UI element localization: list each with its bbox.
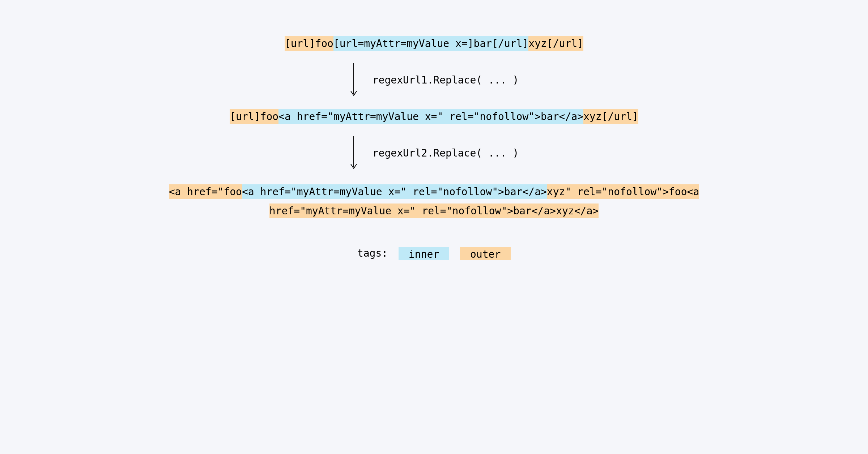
row2-inner: <a href="myAttr=myValue x=" rel="nofollo…	[278, 109, 583, 124]
transform-step-2: regexUrl2.Replace( ... )	[0, 136, 868, 171]
row1-outer-close: xyz[/url]	[528, 36, 583, 51]
transform-step-1: regexUrl1.Replace( ... )	[0, 63, 868, 98]
row1-inner: [url=myAttr=myValue x=]bar[/url]	[333, 36, 528, 51]
row2-outer-close: xyz[/url]	[583, 109, 638, 124]
row1-outer-open: [url]foo	[285, 36, 333, 51]
row3-inner: <a href="myAttr=myValue x=" rel="nofollo…	[242, 184, 547, 199]
legend: tags: inner outer	[0, 246, 868, 261]
stage-1-bbcode: [url]foo[url=myAttr=myValue x=]bar[/url]…	[0, 36, 868, 51]
legend-outer-swatch: outer	[460, 247, 511, 260]
arrow-down-icon	[349, 136, 358, 171]
legend-inner-swatch: inner	[399, 247, 449, 260]
row2-outer-open: [url]foo	[230, 109, 278, 124]
step1-label: regexUrl1.Replace( ... )	[373, 73, 519, 88]
row3-outer-open: <a href="foo	[169, 184, 242, 199]
stage-3-html: <a href="foo<a href="myAttr=myValue x=" …	[121, 182, 747, 220]
step2-label: regexUrl2.Replace( ... )	[373, 146, 519, 161]
legend-title: tags:	[357, 246, 388, 261]
stage-2-partial: [url]foo<a href="myAttr=myValue x=" rel=…	[0, 109, 868, 124]
arrow-down-icon	[349, 63, 358, 98]
